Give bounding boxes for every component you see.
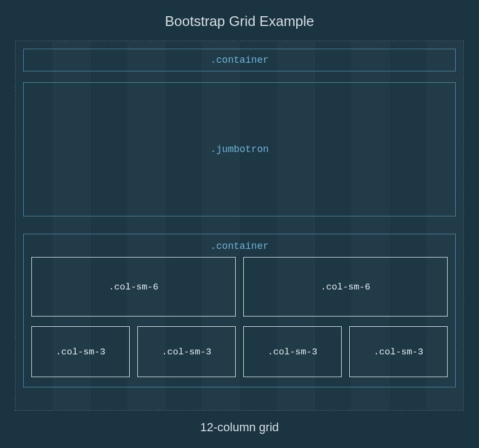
container-bottom-label: .container: [210, 241, 269, 252]
col-label: .col-sm-3: [56, 347, 105, 357]
col-sm-6-box: .col-sm-6: [243, 257, 448, 317]
col-sm-3-box: .col-sm-3: [349, 326, 448, 377]
page-title: Bootstrap Grid Example: [0, 0, 479, 41]
row-2: .col-sm-3 .col-sm-3 .col-sm-3 .col-sm-3: [31, 326, 448, 377]
col-label: .col-sm-3: [374, 347, 423, 357]
col-label: .col-sm-6: [321, 282, 370, 292]
col-sm-3-box: .col-sm-3: [31, 326, 130, 377]
grid-stage: .container .jumbotron .container .col-sm…: [15, 41, 464, 411]
col-sm-3-box: .col-sm-3: [137, 326, 236, 377]
col-label: .col-sm-3: [268, 347, 317, 357]
container-bottom-box: .container .col-sm-6 .col-sm-6 .col-sm-3…: [23, 234, 456, 387]
container-top-box: .container: [23, 49, 456, 71]
container-top-label: .container: [210, 55, 269, 65]
diagram-content: .container .jumbotron .container .col-sm…: [16, 41, 463, 395]
col-sm-6-box: .col-sm-6: [31, 257, 236, 317]
footer-label: 12-column grid: [0, 411, 479, 434]
col-sm-3-box: .col-sm-3: [243, 326, 342, 377]
jumbotron-label: .jumbotron: [210, 144, 269, 155]
col-label: .col-sm-6: [109, 282, 158, 292]
col-label: .col-sm-3: [162, 347, 211, 357]
row-1: .col-sm-6 .col-sm-6: [31, 257, 448, 317]
jumbotron-box: .jumbotron: [23, 82, 456, 216]
